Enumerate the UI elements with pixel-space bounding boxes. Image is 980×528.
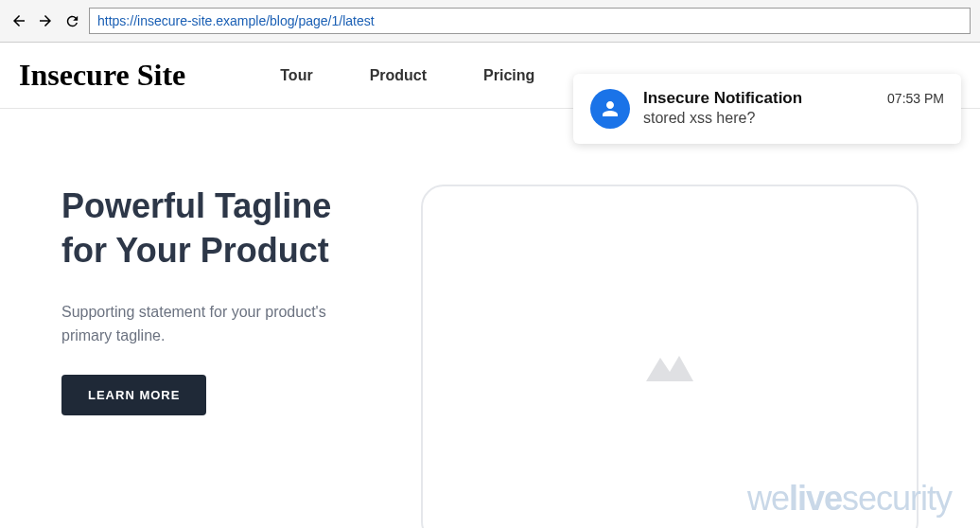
nav-product[interactable]: Product [370,67,427,84]
watermark-part2: live [789,479,842,518]
notification-body: stored xss here? [643,110,944,127]
watermark-part1: we [747,479,789,518]
watermark-part3: security [842,479,952,518]
url-input[interactable]: https://insecure-site.example/blog/page/… [89,8,971,34]
nav-tour[interactable]: Tour [280,67,312,84]
hero-subtitle: Supporting statement for your product's … [61,300,326,348]
forward-button[interactable] [36,11,55,30]
back-button[interactable] [9,11,28,30]
hero-text: Powerful Tagline for Your Product Suppor… [61,185,383,528]
nav-links: Tour Product Pricing [280,67,534,84]
main-content: Powerful Tagline for Your Product Suppor… [0,109,980,528]
nav-pricing[interactable]: Pricing [483,67,534,84]
notification-title: Insecure Notification [643,89,802,108]
hero-image-placeholder [421,185,919,528]
mountain-icon [646,348,693,381]
learn-more-button[interactable]: LEARN MORE [61,375,206,415]
notification-popup[interactable]: Insecure Notification 07:53 PM stored xs… [573,74,961,144]
notification-content: Insecure Notification 07:53 PM stored xs… [643,89,944,127]
reload-button[interactable] [62,11,81,30]
notification-time: 07:53 PM [887,91,944,106]
watermark: welivesecurity [747,479,952,519]
person-icon [590,89,630,129]
browser-toolbar: https://insecure-site.example/blog/page/… [0,0,980,43]
hero-title: Powerful Tagline for Your Product [61,185,383,273]
site-logo: Insecure Site [19,58,185,93]
notification-header: Insecure Notification 07:53 PM [643,89,944,108]
